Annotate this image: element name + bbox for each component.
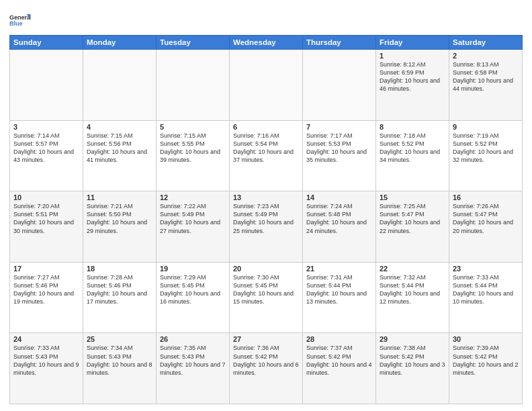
day-info: Sunrise: 7:14 AM Sunset: 5:57 PM Dayligh… bbox=[13, 132, 79, 165]
day-info: Sunrise: 7:17 AM Sunset: 5:53 PM Dayligh… bbox=[306, 132, 372, 165]
calendar-cell: 13Sunrise: 7:23 AM Sunset: 5:49 PM Dayli… bbox=[230, 191, 303, 263]
calendar-cell: 25Sunrise: 7:34 AM Sunset: 5:43 PM Dayli… bbox=[83, 333, 157, 404]
day-info: Sunrise: 8:12 AM Sunset: 6:59 PM Dayligh… bbox=[380, 60, 445, 93]
header: General Blue bbox=[9, 7, 523, 31]
day-info: Sunrise: 7:23 AM Sunset: 5:49 PM Dayligh… bbox=[233, 202, 299, 235]
calendar-cell: 7Sunrise: 7:17 AM Sunset: 5:53 PM Daylig… bbox=[303, 120, 376, 191]
calendar-day-header: Tuesday bbox=[157, 36, 230, 50]
calendar-cell: 24Sunrise: 7:33 AM Sunset: 5:43 PM Dayli… bbox=[10, 333, 83, 404]
svg-text:Blue: Blue bbox=[9, 20, 23, 27]
day-info: Sunrise: 7:24 AM Sunset: 5:48 PM Dayligh… bbox=[306, 202, 372, 235]
calendar-cell: 27Sunrise: 7:36 AM Sunset: 5:42 PM Dayli… bbox=[230, 333, 303, 404]
day-info: Sunrise: 7:18 AM Sunset: 5:52 PM Dayligh… bbox=[380, 132, 445, 165]
calendar-cell: 8Sunrise: 7:18 AM Sunset: 5:52 PM Daylig… bbox=[376, 120, 449, 191]
day-info: Sunrise: 7:26 AM Sunset: 5:47 PM Dayligh… bbox=[453, 202, 519, 235]
calendar-cell: 16Sunrise: 7:26 AM Sunset: 5:47 PM Dayli… bbox=[449, 191, 523, 263]
day-number: 6 bbox=[233, 123, 299, 131]
day-info: Sunrise: 7:31 AM Sunset: 5:44 PM Dayligh… bbox=[306, 273, 372, 306]
calendar-cell bbox=[157, 50, 230, 121]
calendar-day-header: Sunday bbox=[10, 36, 83, 50]
day-info: Sunrise: 7:35 AM Sunset: 5:43 PM Dayligh… bbox=[160, 344, 226, 377]
day-info: Sunrise: 7:16 AM Sunset: 5:54 PM Dayligh… bbox=[233, 132, 299, 165]
day-number: 15 bbox=[380, 193, 445, 201]
day-info: Sunrise: 7:15 AM Sunset: 5:55 PM Dayligh… bbox=[160, 132, 226, 165]
calendar-cell: 12Sunrise: 7:22 AM Sunset: 5:49 PM Dayli… bbox=[157, 191, 230, 263]
day-number: 3 bbox=[13, 123, 79, 131]
calendar-table: SundayMondayTuesdayWednesdayThursdayFrid… bbox=[9, 35, 523, 404]
day-number: 23 bbox=[453, 265, 519, 273]
day-number: 25 bbox=[87, 335, 152, 343]
logo: General Blue bbox=[9, 9, 31, 31]
day-info: Sunrise: 7:21 AM Sunset: 5:50 PM Dayligh… bbox=[87, 202, 152, 235]
calendar-header-row: SundayMondayTuesdayWednesdayThursdayFrid… bbox=[10, 36, 523, 50]
day-number: 19 bbox=[160, 265, 226, 273]
calendar-week-row: 10Sunrise: 7:20 AM Sunset: 5:51 PM Dayli… bbox=[10, 191, 523, 263]
day-number: 4 bbox=[87, 123, 152, 131]
calendar-day-header: Thursday bbox=[303, 36, 376, 50]
calendar-cell: 30Sunrise: 7:39 AM Sunset: 5:42 PM Dayli… bbox=[449, 333, 523, 404]
calendar-cell: 4Sunrise: 7:15 AM Sunset: 5:56 PM Daylig… bbox=[83, 120, 157, 191]
day-number: 12 bbox=[160, 193, 226, 201]
day-info: Sunrise: 7:25 AM Sunset: 5:47 PM Dayligh… bbox=[380, 202, 445, 235]
calendar-cell: 1Sunrise: 8:12 AM Sunset: 6:59 PM Daylig… bbox=[376, 50, 449, 121]
day-info: Sunrise: 7:22 AM Sunset: 5:49 PM Dayligh… bbox=[160, 202, 226, 235]
day-number: 28 bbox=[306, 335, 372, 343]
day-number: 8 bbox=[380, 123, 445, 131]
day-info: Sunrise: 7:15 AM Sunset: 5:56 PM Dayligh… bbox=[87, 132, 152, 165]
logo-svg: General Blue bbox=[9, 9, 31, 31]
calendar-cell: 10Sunrise: 7:20 AM Sunset: 5:51 PM Dayli… bbox=[10, 191, 83, 263]
day-info: Sunrise: 7:38 AM Sunset: 5:42 PM Dayligh… bbox=[380, 344, 445, 377]
calendar-cell: 28Sunrise: 7:37 AM Sunset: 5:42 PM Dayli… bbox=[303, 333, 376, 404]
calendar-cell: 15Sunrise: 7:25 AM Sunset: 5:47 PM Dayli… bbox=[376, 191, 449, 263]
calendar-cell bbox=[83, 50, 157, 121]
calendar-week-row: 17Sunrise: 7:27 AM Sunset: 5:46 PM Dayli… bbox=[10, 262, 523, 333]
day-info: Sunrise: 7:19 AM Sunset: 5:52 PM Dayligh… bbox=[453, 132, 519, 165]
day-number: 26 bbox=[160, 335, 226, 343]
day-number: 7 bbox=[306, 123, 372, 131]
day-info: Sunrise: 7:27 AM Sunset: 5:46 PM Dayligh… bbox=[13, 273, 79, 306]
day-info: Sunrise: 7:33 AM Sunset: 5:44 PM Dayligh… bbox=[453, 273, 519, 306]
calendar-cell: 20Sunrise: 7:30 AM Sunset: 5:45 PM Dayli… bbox=[230, 262, 303, 333]
calendar-cell bbox=[10, 50, 83, 121]
day-number: 20 bbox=[233, 265, 299, 273]
calendar-cell: 6Sunrise: 7:16 AM Sunset: 5:54 PM Daylig… bbox=[230, 120, 303, 191]
calendar-day-header: Saturday bbox=[449, 36, 523, 50]
calendar-cell bbox=[303, 50, 376, 121]
calendar-cell bbox=[230, 50, 303, 121]
day-info: Sunrise: 7:32 AM Sunset: 5:44 PM Dayligh… bbox=[380, 273, 445, 306]
day-number: 2 bbox=[453, 52, 519, 60]
day-info: Sunrise: 7:30 AM Sunset: 5:45 PM Dayligh… bbox=[233, 273, 299, 306]
day-number: 16 bbox=[453, 193, 519, 201]
day-number: 27 bbox=[233, 335, 299, 343]
calendar-cell: 17Sunrise: 7:27 AM Sunset: 5:46 PM Dayli… bbox=[10, 262, 83, 333]
calendar-cell: 21Sunrise: 7:31 AM Sunset: 5:44 PM Dayli… bbox=[303, 262, 376, 333]
day-number: 17 bbox=[13, 265, 79, 273]
day-number: 1 bbox=[380, 52, 445, 60]
day-info: Sunrise: 7:33 AM Sunset: 5:43 PM Dayligh… bbox=[13, 344, 79, 377]
calendar-week-row: 3Sunrise: 7:14 AM Sunset: 5:57 PM Daylig… bbox=[10, 120, 523, 191]
day-info: Sunrise: 8:13 AM Sunset: 6:58 PM Dayligh… bbox=[453, 60, 519, 93]
day-info: Sunrise: 7:34 AM Sunset: 5:43 PM Dayligh… bbox=[87, 344, 152, 377]
day-number: 11 bbox=[87, 193, 152, 201]
calendar-day-header: Monday bbox=[83, 36, 157, 50]
day-number: 24 bbox=[13, 335, 79, 343]
day-number: 30 bbox=[453, 335, 519, 343]
calendar-day-header: Wednesday bbox=[230, 36, 303, 50]
day-number: 13 bbox=[233, 193, 299, 201]
calendar-cell: 14Sunrise: 7:24 AM Sunset: 5:48 PM Dayli… bbox=[303, 191, 376, 263]
calendar-cell: 18Sunrise: 7:28 AM Sunset: 5:46 PM Dayli… bbox=[83, 262, 157, 333]
calendar-cell: 9Sunrise: 7:19 AM Sunset: 5:52 PM Daylig… bbox=[449, 120, 523, 191]
calendar-cell: 23Sunrise: 7:33 AM Sunset: 5:44 PM Dayli… bbox=[449, 262, 523, 333]
calendar-cell: 5Sunrise: 7:15 AM Sunset: 5:55 PM Daylig… bbox=[157, 120, 230, 191]
calendar-week-row: 24Sunrise: 7:33 AM Sunset: 5:43 PM Dayli… bbox=[10, 333, 523, 404]
calendar-cell: 2Sunrise: 8:13 AM Sunset: 6:58 PM Daylig… bbox=[449, 50, 523, 121]
calendar-day-header: Friday bbox=[376, 36, 449, 50]
day-number: 21 bbox=[306, 265, 372, 273]
day-number: 5 bbox=[160, 123, 226, 131]
calendar-cell: 29Sunrise: 7:38 AM Sunset: 5:42 PM Dayli… bbox=[376, 333, 449, 404]
day-number: 14 bbox=[306, 193, 372, 201]
day-number: 10 bbox=[13, 193, 79, 201]
day-info: Sunrise: 7:37 AM Sunset: 5:42 PM Dayligh… bbox=[306, 344, 372, 377]
page: General Blue SundayMondayTuesdayWednesda… bbox=[0, 0, 532, 411]
day-number: 18 bbox=[87, 265, 152, 273]
